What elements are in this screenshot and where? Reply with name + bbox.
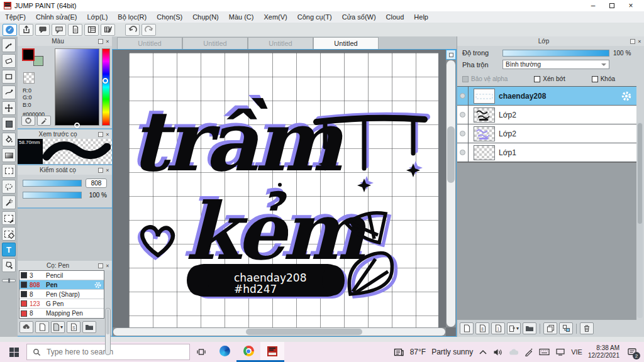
search-input[interactable] xyxy=(47,348,160,356)
drawing-page[interactable]: trầm kẻm xyxy=(129,53,438,327)
weather-label[interactable]: Partly sunny xyxy=(431,348,473,356)
minimize-button[interactable]: – xyxy=(584,0,602,11)
layer-row-lop2-purple[interactable]: Lớp2 xyxy=(457,124,636,143)
brush-tool[interactable] xyxy=(2,38,16,52)
menu-capture[interactable]: Chụp(N) xyxy=(187,11,224,23)
brush-size-slider[interactable] xyxy=(23,180,82,187)
message-button[interactable] xyxy=(52,24,66,36)
brush-script-button[interactable]: S xyxy=(67,321,80,333)
menu-edit[interactable]: Chỉnh sửa(E) xyxy=(31,11,82,23)
color-picker-button[interactable] xyxy=(37,116,51,126)
brush-list-scrollbar[interactable] xyxy=(105,308,111,355)
brush-row-g-pen[interactable]: 123 G Pen xyxy=(19,299,104,309)
layer-row-lop1[interactable]: Lớp1 xyxy=(457,143,636,162)
bucket-tool[interactable] xyxy=(2,133,16,146)
gradient-tool[interactable] xyxy=(2,148,16,162)
document-button[interactable] xyxy=(68,24,82,36)
close-panel-icon[interactable]: × xyxy=(105,131,110,138)
select-pen-tool[interactable] xyxy=(2,211,16,225)
curve-tool[interactable] xyxy=(2,85,16,99)
foreground-color-swatch[interactable] xyxy=(22,48,35,61)
add-layer-menu-button[interactable]: ▾ xyxy=(507,322,521,334)
layer-visibility-toggle[interactable] xyxy=(457,106,469,124)
menu-tools[interactable]: Công cụ(T) xyxy=(292,11,337,23)
popout-icon[interactable] xyxy=(630,39,635,44)
fill-rect-tool[interactable] xyxy=(2,117,16,131)
color-wheel-button[interactable] xyxy=(21,116,35,126)
menu-view[interactable]: Xem(V) xyxy=(258,11,292,23)
taskbar-clock[interactable]: 8:38 AM 12/22/2021 xyxy=(588,344,619,360)
brush-row-pencil[interactable]: 3 Pencil xyxy=(19,271,104,280)
saturation-value-picker[interactable] xyxy=(55,48,99,126)
horizontal-scrollbar-thumb[interactable] xyxy=(246,329,362,335)
clipping-checkbox[interactable] xyxy=(534,76,540,82)
brush-cloud-download-button[interactable] xyxy=(19,321,33,333)
temperature-label[interactable]: 87°F xyxy=(410,348,426,356)
maximize-button[interactable] xyxy=(602,0,621,11)
magic-wand-tool[interactable] xyxy=(2,195,16,209)
brush-row-mapping-pen[interactable]: 8 Mapping Pen xyxy=(19,309,104,318)
blend-mode-select[interactable]: Bình thường xyxy=(502,60,609,69)
menu-layer[interactable]: Lớp(L) xyxy=(82,11,113,23)
marquee-select-tool[interactable] xyxy=(2,164,16,178)
shape-tool[interactable] xyxy=(2,70,16,84)
sv-selector[interactable] xyxy=(74,123,80,128)
new-1bit-layer-button[interactable]: 1 xyxy=(491,322,505,334)
lock-checkbox[interactable] xyxy=(592,76,598,82)
brush-row-pen[interactable]: 808 Pen xyxy=(19,280,104,290)
close-button[interactable]: × xyxy=(621,0,640,11)
new-folder-button[interactable] xyxy=(523,322,536,334)
menu-select[interactable]: Chọn(S) xyxy=(152,11,187,23)
news-icon[interactable] xyxy=(394,348,404,357)
scrollbar-thumb[interactable] xyxy=(638,123,642,224)
toolbar-zoom-slider[interactable] xyxy=(2,279,16,282)
sync-check-button[interactable]: ✓ xyxy=(3,24,17,36)
chevron-up-icon[interactable] xyxy=(479,349,487,355)
close-panel-icon[interactable]: × xyxy=(105,263,110,269)
taskbar-chrome-app[interactable] xyxy=(236,342,260,362)
brush-new-button[interactable] xyxy=(35,321,49,333)
scrollbar-thumb[interactable] xyxy=(106,309,109,334)
hue-selector[interactable] xyxy=(103,78,108,84)
palette-grid-button[interactable] xyxy=(101,24,115,36)
merge-layer-button[interactable] xyxy=(559,322,573,334)
brush-row-pen-sharp[interactable]: 8 Pen (Sharp) xyxy=(19,290,104,299)
layer-opacity-slider[interactable] xyxy=(502,50,609,57)
touch-keyboard-icon[interactable] xyxy=(539,348,550,356)
popout-icon[interactable] xyxy=(98,168,103,173)
popout-icon[interactable] xyxy=(98,39,103,44)
close-panel-icon[interactable]: × xyxy=(105,167,110,173)
menu-help[interactable]: Help xyxy=(409,11,433,23)
panel-collapse-button[interactable] xyxy=(446,50,456,60)
comment-button[interactable] xyxy=(35,24,50,36)
tray-monitor-icon[interactable] xyxy=(555,348,565,356)
menu-color[interactable]: Màu (C) xyxy=(224,11,259,23)
new-8bit-layer-button[interactable]: 8 xyxy=(475,322,489,334)
select-transform-tool[interactable] xyxy=(2,227,16,241)
duplicate-layer-button[interactable] xyxy=(543,322,557,334)
brush-folder-button[interactable] xyxy=(82,321,96,333)
task-view-button[interactable] xyxy=(190,342,213,362)
layer-visibility-toggle[interactable] xyxy=(457,87,469,105)
tab-untitled-1[interactable]: Untitled xyxy=(117,37,182,49)
delete-layer-button[interactable] xyxy=(580,322,594,334)
layers-scrollbar[interactable] xyxy=(637,123,643,318)
redo-button[interactable] xyxy=(142,24,156,36)
menu-window[interactable]: Cửa sổ(W) xyxy=(337,11,381,23)
layer-visibility-toggle[interactable] xyxy=(457,124,469,143)
taskbar-edge-app[interactable] xyxy=(213,342,236,362)
tab-untitled-4-active[interactable]: Untitled xyxy=(313,37,379,49)
text-tool[interactable]: T xyxy=(2,243,16,256)
vertical-scrollbar[interactable] xyxy=(446,60,456,327)
brush-duplicate-menu-button[interactable]: ▾ xyxy=(51,321,65,333)
eraser-tool[interactable] xyxy=(2,54,16,68)
pen-icon[interactable] xyxy=(525,348,533,356)
lasso-select-tool[interactable] xyxy=(2,180,16,194)
new-layer-button[interactable] xyxy=(460,322,474,334)
canvas-viewport[interactable]: trầm kẻm xyxy=(113,50,446,327)
layer-row-lop2-black[interactable]: Lớp2 xyxy=(457,106,636,124)
layer-settings-gear-icon[interactable] xyxy=(621,91,631,101)
layer-row-chaenday208[interactable]: chaenday208 xyxy=(457,87,636,106)
tab-untitled-2[interactable]: Untitled xyxy=(182,37,248,49)
menu-filter[interactable]: Bộ lọc(R) xyxy=(113,11,152,23)
